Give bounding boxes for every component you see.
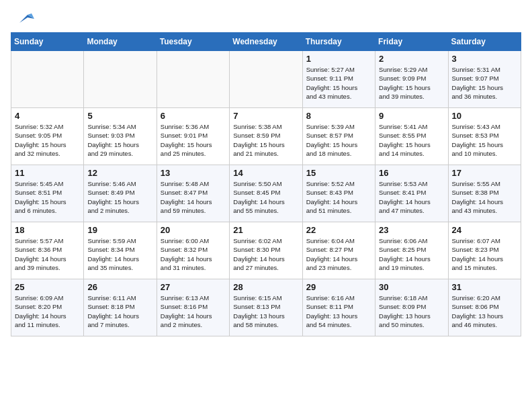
day-info: Sunrise: 5:55 AM Sunset: 8:38 PM Dayligh… (452, 179, 517, 215)
day-info: Sunrise: 5:36 AM Sunset: 9:01 PM Dayligh… (161, 122, 226, 158)
day-info: Sunrise: 6:11 AM Sunset: 8:18 PM Dayligh… (87, 293, 152, 329)
logo-bird-icon (13, 11, 34, 26)
calendar-cell: 30Sunrise: 6:18 AM Sunset: 8:09 PM Dayli… (375, 279, 448, 336)
day-number: 26 (87, 282, 152, 292)
day-info: Sunrise: 5:39 AM Sunset: 8:57 PM Dayligh… (306, 122, 371, 158)
day-number: 20 (161, 225, 226, 235)
day-number: 16 (379, 168, 444, 178)
calendar-cell: 22Sunrise: 6:04 AM Sunset: 8:27 PM Dayli… (302, 222, 375, 279)
calendar-week-row: 4Sunrise: 5:32 AM Sunset: 9:05 PM Daylig… (11, 108, 521, 165)
calendar-week-row: 11Sunrise: 5:45 AM Sunset: 8:51 PM Dayli… (11, 165, 521, 222)
calendar-cell: 11Sunrise: 5:45 AM Sunset: 8:51 PM Dayli… (11, 165, 84, 222)
calendar-cell: 5Sunrise: 5:34 AM Sunset: 9:03 PM Daylig… (84, 108, 157, 165)
calendar-cell: 12Sunrise: 5:46 AM Sunset: 8:49 PM Dayli… (84, 165, 157, 222)
calendar-cell: 18Sunrise: 5:57 AM Sunset: 8:36 PM Dayli… (11, 222, 84, 279)
day-info: Sunrise: 6:13 AM Sunset: 8:16 PM Dayligh… (161, 293, 226, 329)
day-info: Sunrise: 5:45 AM Sunset: 8:51 PM Dayligh… (15, 179, 80, 215)
day-info: Sunrise: 5:52 AM Sunset: 8:43 PM Dayligh… (306, 179, 371, 215)
day-info: Sunrise: 5:57 AM Sunset: 8:36 PM Dayligh… (15, 236, 80, 272)
day-info: Sunrise: 6:04 AM Sunset: 8:27 PM Dayligh… (306, 236, 371, 272)
weekday-header-tuesday: Tuesday (157, 33, 229, 51)
day-number: 6 (161, 111, 226, 121)
calendar-cell: 28Sunrise: 6:15 AM Sunset: 8:13 PM Dayli… (230, 279, 302, 336)
day-number: 11 (15, 168, 80, 178)
calendar-cell: 9Sunrise: 5:41 AM Sunset: 8:55 PM Daylig… (375, 108, 448, 165)
day-number: 21 (233, 225, 298, 235)
day-info: Sunrise: 6:18 AM Sunset: 8:09 PM Dayligh… (379, 293, 444, 329)
calendar-cell: 19Sunrise: 5:59 AM Sunset: 8:34 PM Dayli… (84, 222, 157, 279)
day-number: 2 (379, 54, 444, 64)
day-number: 9 (379, 111, 444, 121)
day-info: Sunrise: 6:07 AM Sunset: 8:23 PM Dayligh… (452, 236, 517, 272)
page-header (11, 11, 521, 26)
calendar-cell: 26Sunrise: 6:11 AM Sunset: 8:18 PM Dayli… (84, 279, 157, 336)
calendar-cell: 23Sunrise: 6:06 AM Sunset: 8:25 PM Dayli… (375, 222, 448, 279)
day-info: Sunrise: 6:02 AM Sunset: 8:30 PM Dayligh… (233, 236, 298, 272)
day-number: 31 (452, 282, 517, 292)
calendar-cell: 15Sunrise: 5:52 AM Sunset: 8:43 PM Dayli… (302, 165, 375, 222)
day-number: 27 (161, 282, 226, 292)
calendar-cell: 31Sunrise: 6:20 AM Sunset: 8:06 PM Dayli… (448, 279, 521, 336)
weekday-header-friday: Friday (375, 33, 448, 51)
day-number: 13 (161, 168, 226, 178)
day-info: Sunrise: 6:06 AM Sunset: 8:25 PM Dayligh… (379, 236, 444, 272)
weekday-header-saturday: Saturday (448, 33, 521, 51)
day-number: 24 (452, 225, 517, 235)
calendar-cell (230, 51, 302, 108)
calendar-cell: 24Sunrise: 6:07 AM Sunset: 8:23 PM Dayli… (448, 222, 521, 279)
day-info: Sunrise: 5:34 AM Sunset: 9:03 PM Dayligh… (87, 122, 152, 158)
day-info: Sunrise: 6:15 AM Sunset: 8:13 PM Dayligh… (233, 293, 298, 329)
calendar-cell: 16Sunrise: 5:53 AM Sunset: 8:41 PM Dayli… (375, 165, 448, 222)
day-info: Sunrise: 5:46 AM Sunset: 8:49 PM Dayligh… (87, 179, 152, 215)
day-info: Sunrise: 5:29 AM Sunset: 9:09 PM Dayligh… (379, 65, 444, 101)
day-info: Sunrise: 5:41 AM Sunset: 8:55 PM Dayligh… (379, 122, 444, 158)
day-number: 10 (452, 111, 517, 121)
day-number: 7 (233, 111, 298, 121)
weekday-header-wednesday: Wednesday (230, 33, 302, 51)
day-info: Sunrise: 6:09 AM Sunset: 8:20 PM Dayligh… (15, 293, 80, 329)
calendar-cell: 7Sunrise: 5:38 AM Sunset: 8:59 PM Daylig… (230, 108, 302, 165)
calendar-table: SundayMondayTuesdayWednesdayThursdayFrid… (11, 32, 521, 336)
weekday-header-thursday: Thursday (302, 33, 375, 51)
calendar-cell (84, 51, 157, 108)
calendar-cell: 20Sunrise: 6:00 AM Sunset: 8:32 PM Dayli… (157, 222, 229, 279)
calendar-week-row: 25Sunrise: 6:09 AM Sunset: 8:20 PM Dayli… (11, 279, 521, 336)
day-number: 15 (306, 168, 371, 178)
day-info: Sunrise: 5:38 AM Sunset: 8:59 PM Dayligh… (233, 122, 298, 158)
weekday-header-monday: Monday (84, 33, 157, 51)
day-number: 3 (452, 54, 517, 64)
calendar-cell: 6Sunrise: 5:36 AM Sunset: 9:01 PM Daylig… (157, 108, 229, 165)
calendar-cell: 29Sunrise: 6:16 AM Sunset: 8:11 PM Dayli… (302, 279, 375, 336)
calendar-week-row: 1Sunrise: 5:27 AM Sunset: 9:11 PM Daylig… (11, 51, 521, 108)
day-info: Sunrise: 6:00 AM Sunset: 8:32 PM Dayligh… (161, 236, 226, 272)
calendar-cell (11, 51, 84, 108)
day-number: 19 (87, 225, 152, 235)
day-info: Sunrise: 5:59 AM Sunset: 8:34 PM Dayligh… (87, 236, 152, 272)
day-number: 22 (306, 225, 371, 235)
calendar-cell: 10Sunrise: 5:43 AM Sunset: 8:53 PM Dayli… (448, 108, 521, 165)
calendar-week-row: 18Sunrise: 5:57 AM Sunset: 8:36 PM Dayli… (11, 222, 521, 279)
day-number: 17 (452, 168, 517, 178)
weekday-header-sunday: Sunday (11, 33, 84, 51)
day-info: Sunrise: 5:50 AM Sunset: 8:45 PM Dayligh… (233, 179, 298, 215)
calendar-cell: 13Sunrise: 5:48 AM Sunset: 8:47 PM Dayli… (157, 165, 229, 222)
calendar-cell: 27Sunrise: 6:13 AM Sunset: 8:16 PM Dayli… (157, 279, 229, 336)
day-info: Sunrise: 5:48 AM Sunset: 8:47 PM Dayligh… (161, 179, 226, 215)
day-number: 23 (379, 225, 444, 235)
day-number: 1 (306, 54, 371, 64)
day-info: Sunrise: 5:32 AM Sunset: 9:05 PM Dayligh… (15, 122, 80, 158)
calendar-cell: 21Sunrise: 6:02 AM Sunset: 8:30 PM Dayli… (230, 222, 302, 279)
day-info: Sunrise: 5:27 AM Sunset: 9:11 PM Dayligh… (306, 65, 371, 101)
day-number: 8 (306, 111, 371, 121)
day-number: 30 (379, 282, 444, 292)
day-info: Sunrise: 5:31 AM Sunset: 9:07 PM Dayligh… (452, 65, 517, 101)
day-info: Sunrise: 5:53 AM Sunset: 8:41 PM Dayligh… (379, 179, 444, 215)
calendar-cell: 14Sunrise: 5:50 AM Sunset: 8:45 PM Dayli… (230, 165, 302, 222)
calendar-cell: 1Sunrise: 5:27 AM Sunset: 9:11 PM Daylig… (302, 51, 375, 108)
calendar-cell: 8Sunrise: 5:39 AM Sunset: 8:57 PM Daylig… (302, 108, 375, 165)
day-info: Sunrise: 6:20 AM Sunset: 8:06 PM Dayligh… (452, 293, 517, 329)
day-info: Sunrise: 6:16 AM Sunset: 8:11 PM Dayligh… (306, 293, 371, 329)
day-number: 28 (233, 282, 298, 292)
day-number: 12 (87, 168, 152, 178)
calendar-cell: 2Sunrise: 5:29 AM Sunset: 9:09 PM Daylig… (375, 51, 448, 108)
